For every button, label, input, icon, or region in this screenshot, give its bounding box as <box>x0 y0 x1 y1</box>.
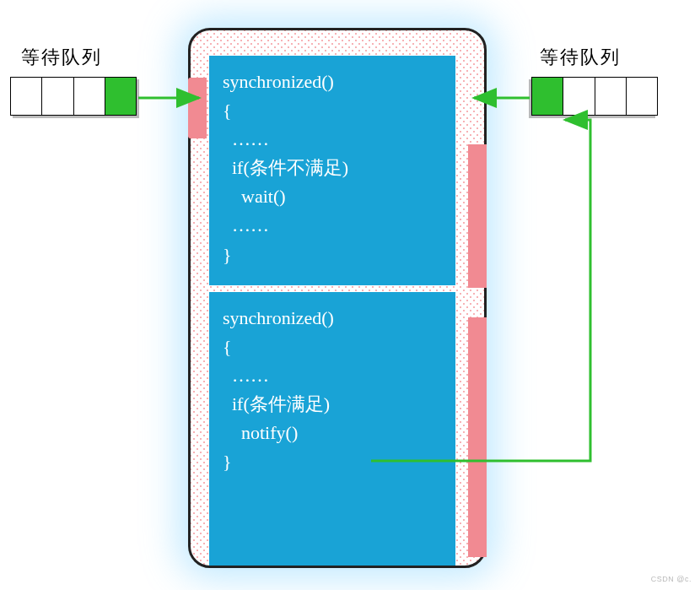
code-block-wait: synchronized() { …… if(条件不满足) wait() …… … <box>209 56 455 285</box>
code-line: synchronized() <box>223 307 334 328</box>
queue-cell-filled <box>105 78 136 115</box>
code-line: wait() <box>223 186 286 207</box>
left-queue-label: 等待队列 <box>21 45 102 70</box>
right-queue-label: 等待队列 <box>540 45 621 70</box>
queue-cell-filled <box>532 78 563 115</box>
code-block-notify: synchronized() { …… if(条件满足) notify() } <box>209 292 455 566</box>
code-line: } <box>223 451 232 472</box>
queue-cell <box>563 78 595 115</box>
queue-cell <box>11 78 42 115</box>
code-line: { <box>223 100 232 121</box>
queue-cell <box>595 78 627 115</box>
queue-cell <box>74 78 105 115</box>
monitor-block: synchronized() { …… if(条件不满足) wait() …… … <box>188 28 487 568</box>
monitor-entry-bar <box>188 78 207 138</box>
code-line: if(条件满足) <box>223 393 330 414</box>
right-wait-queue <box>531 77 658 116</box>
code-line: …… <box>223 365 269 386</box>
queue-cell <box>627 78 657 115</box>
monitor-wait-bar-lower <box>468 317 487 557</box>
code-line: notify() <box>223 422 298 443</box>
code-line: } <box>223 244 232 265</box>
monitor-wait-bar-upper <box>468 144 487 288</box>
queue-cell <box>42 78 73 115</box>
code-line: { <box>223 336 232 357</box>
code-line: …… <box>223 214 269 235</box>
code-line: synchronized() <box>223 71 334 92</box>
watermark-text: CSDN @c. <box>651 575 692 583</box>
code-line: if(条件不满足) <box>223 157 348 178</box>
code-line: …… <box>223 128 269 149</box>
left-wait-queue <box>10 77 137 116</box>
